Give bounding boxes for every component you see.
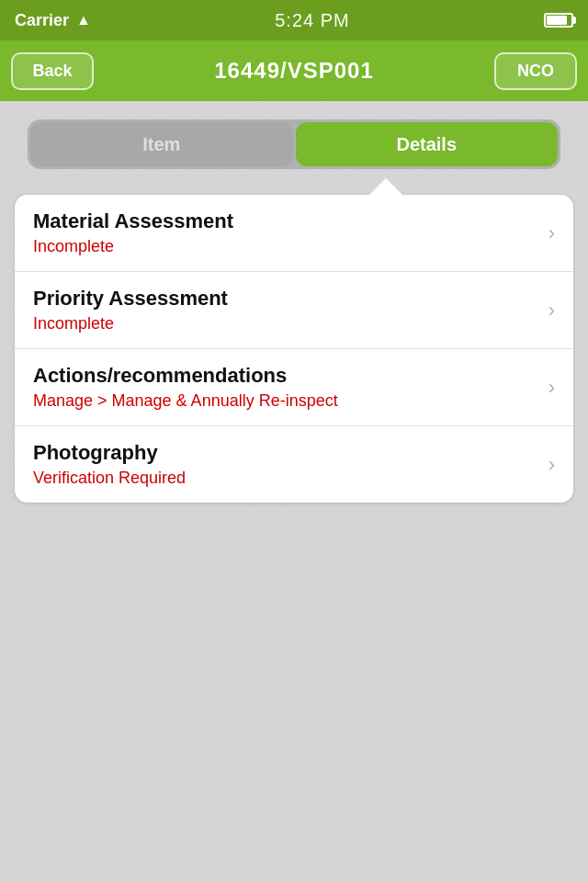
tab-item-label: Item: [142, 134, 180, 155]
chevron-right-icon: ›: [548, 453, 555, 477]
list-item-content: Photography Verification Required: [33, 441, 537, 488]
nav-title: 16449/VSP001: [214, 58, 373, 84]
status-time: 5:24 PM: [275, 10, 349, 31]
list-item-subtitle: Manage > Manage & Annually Re-inspect: [33, 391, 537, 411]
list-item-material-assessment[interactable]: Material Assessment Incomplete ›: [15, 195, 573, 272]
list-item-priority-assessment[interactable]: Priority Assessment Incomplete ›: [15, 272, 573, 349]
wifi-icon: ▲: [76, 12, 91, 28]
chevron-right-icon: ›: [548, 376, 555, 400]
battery-icon: [544, 13, 573, 28]
list-item-photography[interactable]: Photography Verification Required ›: [15, 426, 573, 503]
nav-bar: Back 16449/VSP001 NCO: [0, 40, 588, 101]
list-item-title: Actions/recommendations: [33, 364, 537, 388]
list-item-title: Photography: [33, 441, 537, 465]
list-item-title: Priority Assessment: [33, 287, 537, 311]
tab-item[interactable]: Item: [30, 122, 293, 166]
list-item-subtitle: Verification Required: [33, 469, 537, 488]
pointer-arrow: [369, 178, 402, 195]
list-item-content: Actions/recommendations Manage > Manage …: [33, 364, 537, 411]
chevron-right-icon: ›: [548, 299, 555, 322]
list-item-title: Material Assessment: [33, 209, 537, 233]
tab-details-label: Details: [396, 134, 457, 155]
carrier-label: Carrier: [15, 11, 69, 30]
tab-details[interactable]: Details: [296, 122, 559, 166]
chevron-right-icon: ›: [548, 221, 555, 245]
status-bar: Carrier ▲ 5:24 PM: [0, 0, 588, 40]
back-button[interactable]: Back: [11, 52, 94, 90]
list-item-subtitle: Incomplete: [33, 237, 537, 256]
nco-button[interactable]: NCO: [494, 52, 577, 90]
list-card: Material Assessment Incomplete › Priorit…: [15, 195, 573, 503]
status-right: [500, 13, 573, 28]
list-item-subtitle: Incomplete: [33, 314, 537, 334]
main-content: Item Details Material Assessment Incompl…: [0, 101, 588, 539]
segment-control: Item Details: [28, 119, 560, 169]
status-left: Carrier ▲: [15, 11, 125, 30]
pointer-container: [0, 178, 588, 195]
list-item-actions-recommendations[interactable]: Actions/recommendations Manage > Manage …: [15, 349, 573, 426]
segment-container: Item Details: [0, 101, 588, 169]
list-item-content: Material Assessment Incomplete: [33, 209, 537, 256]
list-item-content: Priority Assessment Incomplete: [33, 287, 537, 334]
